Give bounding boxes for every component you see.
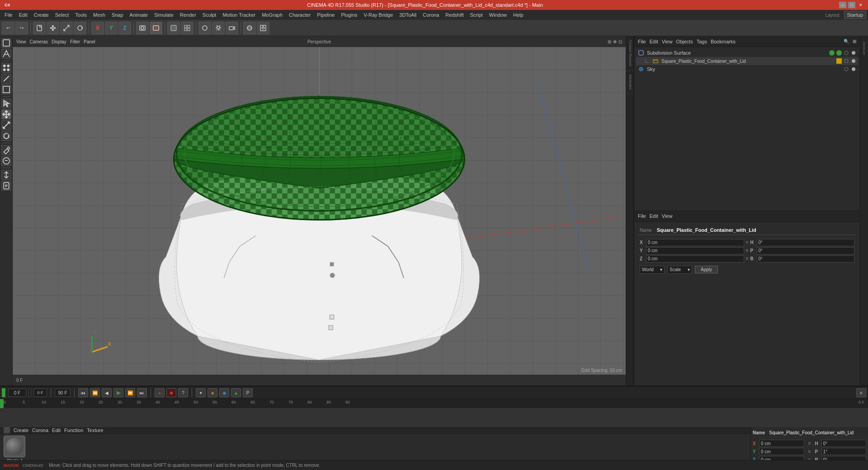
menu-tools[interactable]: Tools [72, 11, 90, 19]
z-axis-btn[interactable]: Z [118, 22, 131, 34]
light-btn[interactable] [212, 22, 225, 34]
coord-b-field[interactable]: 0° [757, 255, 855, 263]
menu-render[interactable]: Render [177, 11, 199, 19]
menu-help[interactable]: Help [510, 11, 526, 19]
coord-world-dropdown[interactable]: World ▾ [640, 266, 665, 274]
obj-subdiv-vis[interactable] [829, 50, 835, 56]
tab-attributes[interactable]: Attributes [626, 71, 633, 94]
menu-pipeline[interactable]: Pipeline [314, 11, 337, 19]
texture-btn[interactable] [257, 22, 269, 34]
rotate-tool[interactable] [74, 22, 86, 34]
keyframe-help-btn[interactable]: ? [178, 388, 188, 397]
viewport[interactable]: View Cameras Display Filter Panel Perspe… [13, 36, 626, 385]
timeline-ruler[interactable]: 0 5 10 15 20 25 30 35 40 45 50 55 60 65 … [0, 399, 868, 408]
viewport-menu-filter[interactable]: Filter [70, 39, 80, 44]
menu-create[interactable]: Create [31, 11, 52, 19]
om-menu-file[interactable]: File [638, 39, 646, 44]
x-axis-btn[interactable]: X [91, 22, 104, 34]
coords-y-input[interactable]: 0 cm [759, 448, 804, 455]
om-menu-edit[interactable]: Edit [650, 39, 658, 44]
viewport-menu-display[interactable]: Display [52, 39, 66, 44]
menu-select[interactable]: Select [52, 11, 72, 19]
om-menu-tags[interactable]: Tags [697, 39, 707, 44]
record-btn[interactable]: ● [155, 388, 165, 397]
am-menu-view[interactable]: View [662, 213, 673, 219]
maximize-button[interactable]: □ [848, 2, 855, 8]
lt-rigging[interactable] [1, 170, 11, 180]
menu-simulate[interactable]: Simulate [151, 11, 176, 19]
menu-corona[interactable]: Corona [420, 11, 442, 19]
obj-subdivision-surface[interactable]: Subdivision Surface [636, 49, 858, 57]
timeline-time-field[interactable] [28, 389, 31, 397]
om-menu-bookmarks[interactable]: Bookmarks [711, 39, 736, 44]
lt-points[interactable] [1, 63, 11, 73]
render-btn[interactable] [150, 22, 162, 34]
obj-sky[interactable]: Sky [636, 65, 858, 73]
am-menu-file[interactable]: File [638, 213, 646, 219]
coords-h-input[interactable]: 0° [821, 440, 867, 447]
lt-mode-model[interactable] [1, 38, 11, 48]
material-ball-plastic[interactable] [4, 436, 25, 457]
move-tool[interactable] [47, 22, 59, 34]
menu-redshift[interactable]: Redshift [443, 11, 466, 19]
material-item-plastic[interactable]: Plastic_f [4, 436, 25, 463]
timeline-track[interactable] [0, 408, 868, 427]
keyframe-btn[interactable]: ✦ [196, 388, 206, 397]
lt-paint[interactable] [1, 145, 11, 155]
coord-scale-dropdown[interactable]: Scale ▾ [667, 266, 692, 274]
keyframe-rot-btn[interactable]: ◉ [219, 388, 229, 397]
play-reverse-btn[interactable]: ◀ [102, 388, 112, 397]
tab-attribute-browser[interactable]: Attribute [861, 38, 867, 59]
viewport-menu-cameras[interactable]: Cameras [30, 39, 48, 44]
layout-selector[interactable]: Startup [844, 11, 866, 19]
jump-start-btn[interactable]: ⏮ [78, 388, 88, 397]
tab-content-browser[interactable]: Content Browser [626, 36, 633, 71]
mat-menu-texture[interactable]: Texture [87, 428, 103, 433]
mat-menu-edit[interactable]: Edit [52, 428, 61, 433]
perspective-view-btn[interactable] [167, 22, 180, 34]
om-search[interactable]: 🔍 [844, 39, 849, 44]
current-frame-field[interactable]: 0 F [8, 389, 26, 397]
mat-menu-corona[interactable]: Corona [32, 428, 48, 433]
lt-mode-uv[interactable] [1, 49, 11, 59]
viewport-menu-view[interactable]: View [16, 39, 26, 44]
multiview-btn[interactable] [181, 22, 193, 34]
menu-3dtoall[interactable]: 3DToAll [396, 11, 419, 19]
menu-plugins[interactable]: Plugins [338, 11, 360, 19]
keyframe-para-btn[interactable]: P [243, 388, 253, 397]
menu-motiontracker[interactable]: Motion Tracker [220, 11, 258, 19]
y-axis-btn[interactable]: Y [105, 22, 118, 34]
menu-vraybridge[interactable]: V-Ray Bridge [361, 11, 396, 19]
coord-h-field[interactable]: 0° [757, 239, 855, 246]
viewport-menu-panel[interactable]: Panel [84, 39, 95, 44]
scale-tool[interactable] [60, 22, 73, 34]
jump-end-btn[interactable]: ⏭ [137, 388, 147, 397]
menu-snap[interactable]: Snap [109, 11, 126, 19]
menu-edit[interactable]: Edit [16, 11, 30, 19]
coord-x-field[interactable]: 0 cm [646, 239, 744, 246]
lt-polygons[interactable] [1, 85, 11, 94]
apply-button[interactable]: Apply [695, 266, 718, 273]
mat-menu-function[interactable]: Function [64, 428, 83, 433]
lt-select[interactable] [1, 99, 11, 108]
coord-z-field[interactable]: 0 cm [646, 255, 744, 263]
menu-mesh[interactable]: Mesh [90, 11, 108, 19]
keyframe-scale-btn[interactable]: ▲ [231, 388, 241, 397]
obj-subdiv-render[interactable] [836, 50, 842, 56]
close-button[interactable]: ✕ [857, 2, 864, 8]
undo-button[interactable]: ↩ [2, 22, 14, 34]
material-btn[interactable] [243, 22, 256, 34]
coords-p-input[interactable]: 1° [821, 448, 867, 455]
coords-x-input[interactable]: 0 cm [759, 440, 804, 447]
play-btn[interactable]: ▶ [113, 388, 123, 397]
coord-y-field[interactable]: 0 cm [646, 247, 744, 254]
new-button[interactable] [33, 22, 46, 34]
lt-weight[interactable] [1, 181, 11, 191]
lt-scale[interactable] [1, 120, 11, 130]
redo-button[interactable]: ↪ [15, 22, 28, 34]
mat-menu-create[interactable]: Create [14, 428, 28, 433]
om-menu-view[interactable]: View [662, 39, 673, 44]
menu-sculpt[interactable]: Sculpt [200, 11, 219, 19]
menu-character[interactable]: Character [286, 11, 313, 19]
lt-edges[interactable] [1, 74, 11, 84]
